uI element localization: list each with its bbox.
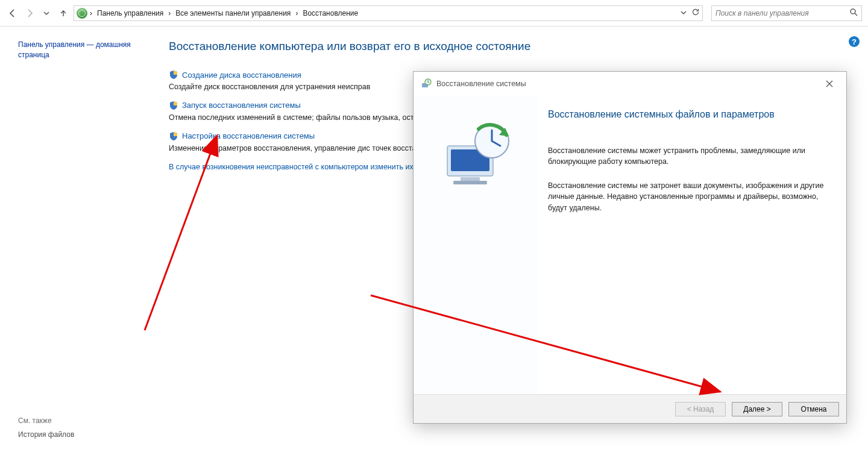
shield-icon <box>169 70 178 80</box>
breadcrumb[interactable]: › Панель управления › Все элементы панел… <box>74 5 703 21</box>
see-also-file-history[interactable]: История файлов <box>18 430 74 439</box>
back-button[interactable] <box>6 7 19 20</box>
forward-button[interactable] <box>23 7 36 20</box>
start-system-restore-link[interactable]: Запуск восстановления системы <box>182 101 301 110</box>
dialog-titlebar: Восстановление системы <box>414 72 846 96</box>
search-box[interactable] <box>711 5 862 21</box>
system-restore-illustration-icon <box>436 117 515 195</box>
dialog-paragraph: Восстановление системы не затронет ваши … <box>548 180 825 213</box>
dialog-title-text: Восстановление системы <box>436 80 526 88</box>
see-also-header: См. также <box>18 416 74 425</box>
search-icon[interactable] <box>849 8 858 18</box>
shield-icon <box>169 101 178 110</box>
back-button: < Назад <box>675 402 726 416</box>
cancel-button[interactable]: Отмена <box>788 402 839 416</box>
system-restore-dialog: Восстановление системы Восстановлени <box>413 71 847 424</box>
dialog-illustration-pane <box>414 96 537 394</box>
create-recovery-drive-link[interactable]: Создание диска восстановления <box>182 71 301 80</box>
breadcrumb-item[interactable]: Восстановление <box>300 9 360 17</box>
refresh-icon[interactable] <box>691 8 700 18</box>
system-restore-icon <box>421 78 432 89</box>
close-icon[interactable] <box>820 77 839 91</box>
control-panel-icon <box>77 8 87 19</box>
address-dropdown-icon[interactable] <box>681 9 687 17</box>
breadcrumb-item[interactable]: Панель управления <box>95 9 166 17</box>
next-button[interactable]: Далее > <box>732 402 782 416</box>
svg-rect-5 <box>461 177 480 181</box>
svg-rect-6 <box>453 181 487 184</box>
dialog-footer: < Назад Далее > Отмена <box>414 394 846 423</box>
up-button[interactable] <box>57 7 70 20</box>
configure-system-restore-link[interactable]: Настройка восстановления системы <box>182 131 315 140</box>
search-input[interactable] <box>715 9 846 17</box>
recent-locations-dropdown[interactable] <box>40 7 53 20</box>
svg-point-0 <box>851 9 855 14</box>
see-also-section: См. также История файлов <box>18 416 74 440</box>
control-panel-home-link[interactable]: Панель управления — домашняя страница <box>18 40 140 60</box>
address-bar: › Панель управления › Все элементы панел… <box>0 0 868 27</box>
breadcrumb-item[interactable]: Все элементы панели управления <box>173 9 293 17</box>
sidebar: Панель управления — домашняя страница См… <box>0 27 151 452</box>
page-title: Восстановление компьютера или возврат ег… <box>169 40 850 53</box>
dialog-content-pane: Восстановление системных файлов и параме… <box>537 96 846 394</box>
dialog-paragraph: Восстановление системы может устранить п… <box>548 145 825 167</box>
shield-icon <box>169 131 178 141</box>
dialog-heading: Восстановление системных файлов и параме… <box>548 109 832 120</box>
